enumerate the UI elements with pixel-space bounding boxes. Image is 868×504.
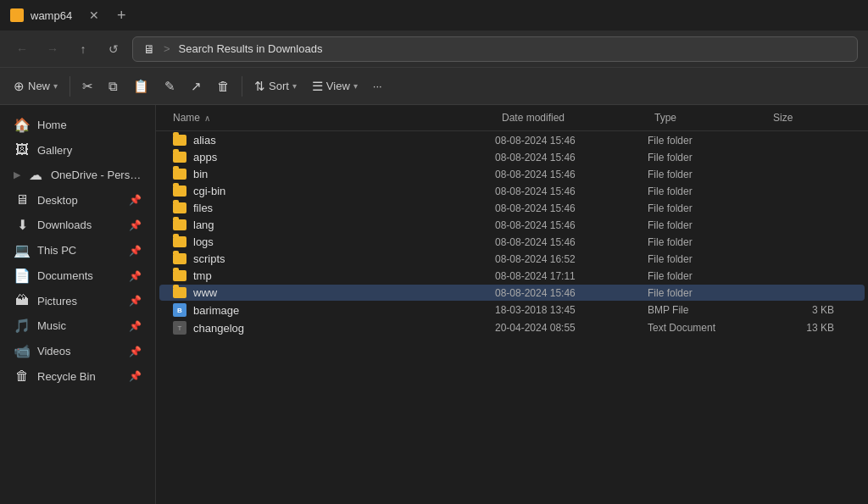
sidebar-item-videos[interactable]: 📹 Videos 📌 xyxy=(3,339,152,363)
new-button[interactable]: ⊕ New ▾ xyxy=(7,75,64,97)
file-header: Name ∧ Date modified Type Size xyxy=(156,105,868,131)
table-row[interactable]: apps 08-08-2024 15:46 File folder xyxy=(159,149,865,165)
more-button[interactable]: ··· xyxy=(366,76,389,96)
folder-icon xyxy=(173,287,186,298)
file-type: File folder xyxy=(648,270,766,282)
sidebar-item-onedrive[interactable]: ▶ ☁ OneDrive - Persona xyxy=(3,163,152,187)
file-size: 13 KB xyxy=(766,322,834,334)
sidebar-item-recyclebin[interactable]: 🗑 Recycle Bin 📌 xyxy=(3,364,152,388)
refresh-button[interactable]: ↺ xyxy=(102,37,125,61)
sidebar-label-music: Music xyxy=(37,319,122,332)
sidebar: 🏠 Home 🖼 Gallery ▶ ☁ OneDrive - Persona … xyxy=(0,105,156,504)
sidebar-item-pictures[interactable]: 🏔 Pictures 📌 xyxy=(3,289,152,313)
folder-icon xyxy=(173,270,186,281)
sort-caret: ▾ xyxy=(292,81,297,91)
sidebar-item-downloads[interactable]: ⬇ Downloads 📌 xyxy=(3,213,152,237)
sidebar-icon-videos: 📹 xyxy=(14,343,31,359)
table-row[interactable]: lang 08-08-2024 15:46 File folder xyxy=(159,217,865,233)
file-date: 08-08-2024 15:46 xyxy=(495,135,648,147)
file-name: B barimage xyxy=(173,303,495,317)
app-icon xyxy=(10,8,24,22)
file-type: File folder xyxy=(648,152,766,163)
file-type: File folder xyxy=(648,236,766,248)
sidebar-label-videos: Videos xyxy=(37,345,122,357)
sidebar-item-home[interactable]: 🏠 Home xyxy=(3,113,152,137)
address-separator: > xyxy=(164,42,170,55)
table-row[interactable]: cgi-bin 08-08-2024 15:46 File folder xyxy=(159,183,865,199)
table-row[interactable]: scripts 08-08-2024 16:52 File folder xyxy=(159,251,865,267)
new-label: New xyxy=(28,80,50,92)
file-type: File folder xyxy=(648,135,766,147)
file-name-text: files xyxy=(193,202,213,214)
col-name[interactable]: Name ∧ xyxy=(170,108,498,127)
sort-button[interactable]: ⇅ Sort ▾ xyxy=(248,75,303,97)
sidebar-icon-onedrive: ☁ xyxy=(27,167,44,183)
file-type: BMP File xyxy=(648,304,766,316)
file-name: www xyxy=(173,286,495,299)
up-button[interactable]: ↑ xyxy=(71,37,95,61)
pin-icon: 📌 xyxy=(129,194,142,206)
sidebar-label-desktop: Desktop xyxy=(37,194,122,207)
file-name-text: www xyxy=(193,286,217,299)
table-row[interactable]: tmp 08-08-2024 17:11 File folder xyxy=(159,268,865,284)
sidebar-icon-gallery: 🖼 xyxy=(14,142,31,158)
new-tab-button[interactable]: + xyxy=(113,7,130,24)
table-row[interactable]: www 08-08-2024 15:46 File folder xyxy=(159,285,865,301)
col-size[interactable]: Size xyxy=(770,108,837,127)
pin-icon: 📌 xyxy=(129,320,142,332)
file-size: 3 KB xyxy=(766,304,834,316)
share-button[interactable]: ↗ xyxy=(184,75,209,97)
file-name: cgi-bin xyxy=(173,185,495,197)
back-button[interactable]: ← xyxy=(10,37,34,61)
table-row[interactable]: B barimage 18-03-2018 13:45 BMP File 3 K… xyxy=(159,302,865,318)
delete-button[interactable]: 🗑 xyxy=(210,75,236,97)
pin-icon: 📌 xyxy=(129,295,142,307)
file-date: 08-08-2024 15:46 xyxy=(495,236,648,248)
sidebar-item-thispc[interactable]: 💻 This PC 📌 xyxy=(3,238,152,263)
file-date: 08-08-2024 16:52 xyxy=(495,253,648,265)
copy-button[interactable]: ⧉ xyxy=(102,75,125,97)
file-date: 08-08-2024 15:46 xyxy=(495,169,648,180)
col-date[interactable]: Date modified xyxy=(498,108,651,127)
new-icon: ⊕ xyxy=(14,79,25,94)
new-caret: ▾ xyxy=(53,81,58,91)
sidebar-label-thispc: This PC xyxy=(37,244,122,257)
table-row[interactable]: logs 08-08-2024 15:46 File folder xyxy=(159,234,865,250)
folder-icon xyxy=(173,169,186,180)
file-name-text: alias xyxy=(193,134,216,147)
file-name: files xyxy=(173,202,495,214)
sidebar-label-onedrive: OneDrive - Persona xyxy=(51,169,142,181)
sidebar-item-gallery[interactable]: 🖼 Gallery xyxy=(3,138,152,162)
sidebar-item-desktop[interactable]: 🖥 Desktop 📌 xyxy=(3,188,152,212)
sidebar-item-music[interactable]: 🎵 Music 📌 xyxy=(3,313,152,338)
paste-button[interactable]: 📋 xyxy=(126,75,156,97)
address-input[interactable]: 🖥 > Search Results in Downloads xyxy=(132,36,858,62)
rename-button[interactable]: ✎ xyxy=(158,75,182,97)
sort-label: Sort xyxy=(269,80,289,92)
sidebar-icon-desktop: 🖥 xyxy=(14,192,31,208)
table-row[interactable]: alias 08-08-2024 15:46 File folder xyxy=(159,132,865,148)
file-name: T changelog xyxy=(173,321,495,335)
col-type[interactable]: Type xyxy=(651,108,770,127)
table-row[interactable]: files 08-08-2024 15:46 File folder xyxy=(159,200,865,216)
folder-icon xyxy=(173,202,186,213)
cut-button[interactable]: ✂ xyxy=(75,75,100,97)
main-layout: 🏠 Home 🖼 Gallery ▶ ☁ OneDrive - Persona … xyxy=(0,105,868,504)
toolbar-separator-2 xyxy=(242,76,242,97)
copy-icon: ⧉ xyxy=(108,79,118,94)
file-date: 08-08-2024 15:46 xyxy=(495,186,648,197)
rename-icon: ✎ xyxy=(164,79,175,94)
folder-icon xyxy=(173,135,186,146)
forward-button[interactable]: → xyxy=(41,37,64,61)
file-name-text: barimage xyxy=(193,304,239,317)
sidebar-item-documents[interactable]: 📄 Documents 📌 xyxy=(3,263,152,288)
bmp-icon: B xyxy=(173,303,186,317)
pin-icon: 📌 xyxy=(129,270,142,282)
sidebar-icon-downloads: ⬇ xyxy=(14,217,31,233)
table-row[interactable]: bin 08-08-2024 15:46 File folder xyxy=(159,166,865,182)
file-date: 20-04-2024 08:55 xyxy=(495,322,648,334)
view-button[interactable]: ☰ View ▾ xyxy=(305,75,364,97)
tab-close-button[interactable]: ✕ xyxy=(86,7,103,24)
file-type: File folder xyxy=(648,253,766,265)
table-row[interactable]: T changelog 20-04-2024 08:55 Text Docume… xyxy=(159,319,865,336)
